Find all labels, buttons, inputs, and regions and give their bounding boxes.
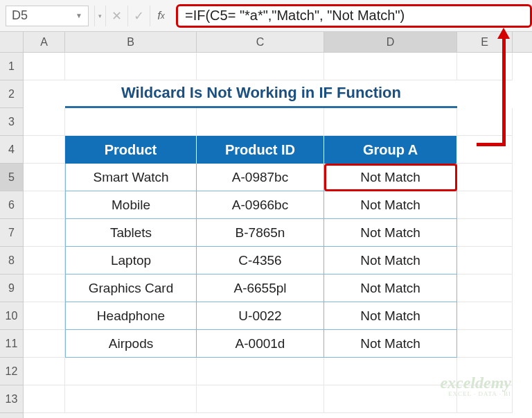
row-header-2[interactable]: 2 <box>0 80 23 108</box>
table-row: Graphics Card A-6655pl Not Match <box>24 275 532 302</box>
cells-area[interactable]: Wildcard Is Not Working in IF Function P… <box>24 53 532 418</box>
formula-bar: D5 ▼ ✕ ✓ fx =IF(C5= "*a*","Match", "Not … <box>0 0 532 32</box>
grid: 1 2 3 4 5 6 7 8 9 10 11 12 13 A B C D E … <box>0 32 532 418</box>
enter-icon[interactable]: ✓ <box>127 6 150 26</box>
cell-productid[interactable]: A-6655pl <box>197 275 324 302</box>
table-row: Mobile A-0966bc Not Match <box>24 191 532 219</box>
row-header-8[interactable]: 8 <box>0 247 23 275</box>
expand-icon[interactable] <box>94 6 105 26</box>
name-box[interactable]: D5 ▼ <box>6 6 89 26</box>
column-headers: A B C D E <box>24 32 532 53</box>
cell-groupa[interactable]: Not Match <box>324 219 457 247</box>
cell-groupa[interactable]: Not Match <box>324 247 457 275</box>
col-header-A[interactable]: A <box>24 32 65 52</box>
formula-text: =IF(C5= "*a*","Match", "Not Match") <box>185 8 405 24</box>
col-header-C[interactable]: C <box>197 32 324 52</box>
table-row: Airpods A-0001d Not Match <box>24 330 532 358</box>
row-header-4[interactable]: 4 <box>0 136 23 164</box>
row-header-10[interactable]: 10 <box>0 302 23 330</box>
cell-product[interactable]: Airpods <box>65 330 197 358</box>
col-header-D[interactable]: D <box>324 32 457 52</box>
row-header-5[interactable]: 5 <box>0 164 23 191</box>
chevron-down-icon[interactable]: ▼ <box>76 12 82 19</box>
watermark-name: exceldemy <box>440 374 511 392</box>
formula-input[interactable]: =IF(C5= "*a*","Match", "Not Match") <box>176 4 532 28</box>
cell-groupa[interactable]: Not Match <box>324 191 457 219</box>
header-productid: Product ID <box>197 136 324 164</box>
watermark: exceldemy EXCEL · DATA · BI <box>440 374 511 397</box>
cell-product[interactable]: Mobile <box>65 191 197 219</box>
cell-productid[interactable]: U-0022 <box>197 302 324 330</box>
row-header-11[interactable]: 11 <box>0 330 23 358</box>
col-header-B[interactable]: B <box>65 32 197 52</box>
row-header-1[interactable]: 1 <box>0 53 23 80</box>
cell-product[interactable]: Tablets <box>65 219 197 247</box>
cell-groupa[interactable]: Not Match <box>324 302 457 330</box>
row-header-7[interactable]: 7 <box>0 219 23 247</box>
cell-product[interactable]: Headphone <box>65 302 197 330</box>
page-title: Wildcard Is Not Working in IF Function <box>65 80 457 108</box>
row-header-13[interactable]: 13 <box>0 385 23 413</box>
row-headers: 1 2 3 4 5 6 7 8 9 10 11 12 13 <box>0 32 24 418</box>
row-header-6[interactable]: 6 <box>0 191 23 219</box>
table-row: Tablets B-7865n Not Match <box>24 219 532 247</box>
header-product: Product <box>65 136 197 164</box>
table-header: Product Product ID Group A <box>24 136 532 164</box>
row-header-12[interactable]: 12 <box>0 358 23 385</box>
cell-groupa[interactable]: Not Match <box>324 164 457 191</box>
watermark-tag: EXCEL · DATA · BI <box>440 391 511 397</box>
table-row: Smart Watch A-0987bc Not Match <box>24 164 532 191</box>
cell-product[interactable]: Graphics Card <box>65 275 197 302</box>
cancel-icon[interactable]: ✕ <box>105 6 127 26</box>
name-box-value: D5 <box>12 8 28 23</box>
table-row: Laptop C-4356 Not Match <box>24 247 532 275</box>
cell-productid[interactable]: B-7865n <box>197 219 324 247</box>
cell-groupa[interactable]: Not Match <box>324 275 457 302</box>
cell-productid[interactable]: C-4356 <box>197 247 324 275</box>
cell-product[interactable]: Smart Watch <box>65 164 197 191</box>
row-header-9[interactable]: 9 <box>0 275 23 302</box>
cell-productid[interactable]: A-0001d <box>197 330 324 358</box>
cell-productid[interactable]: A-0987bc <box>197 164 324 191</box>
select-all-corner[interactable] <box>0 32 23 53</box>
header-groupa: Group A <box>324 136 457 164</box>
cell-groupa[interactable]: Not Match <box>324 330 457 358</box>
table-row: Headphone U-0022 Not Match <box>24 302 532 330</box>
cell-product[interactable]: Laptop <box>65 247 197 275</box>
row-header-3[interactable]: 3 <box>0 108 23 136</box>
cell-productid[interactable]: A-0966bc <box>197 191 324 219</box>
fx-icon[interactable]: fx <box>150 6 172 26</box>
col-header-E[interactable]: E <box>457 32 513 52</box>
